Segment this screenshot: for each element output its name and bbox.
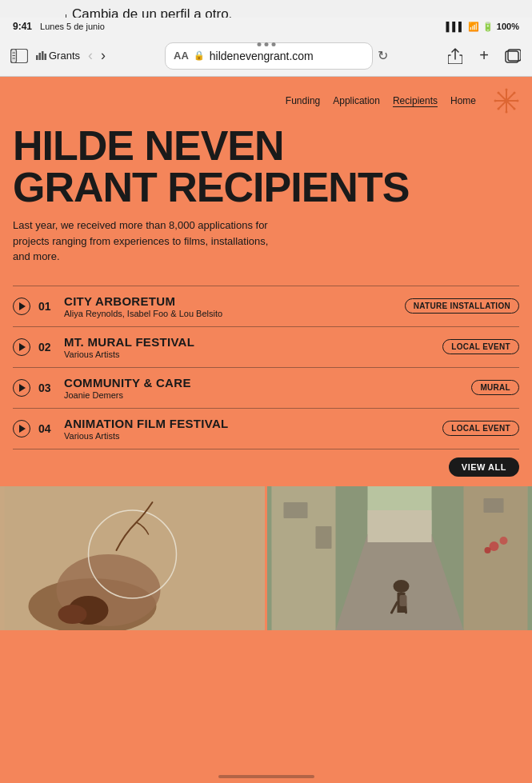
svg-rect-43: [484, 498, 504, 513]
three-dots: [257, 35, 275, 53]
home-indicator: [218, 775, 314, 778]
row-number-4: 04: [38, 422, 56, 435]
svg-point-21: [514, 92, 516, 94]
svg-rect-8: [45, 54, 47, 60]
svg-point-16: [506, 111, 508, 114]
row-number-1: 01: [38, 300, 56, 313]
row-tag-2: LOCAL EVENT: [442, 339, 519, 354]
forward-button[interactable]: ›: [98, 47, 109, 64]
row-artists-2: Various Artists: [64, 350, 434, 359]
play-button-2[interactable]: [13, 338, 30, 356]
status-indicators: ▌▌▌ 📶 🔋 100%: [446, 22, 519, 32]
svg-rect-35: [368, 510, 432, 542]
svg-point-28: [58, 605, 87, 624]
image-alley: [267, 486, 532, 630]
site-logo[interactable]: [494, 88, 519, 114]
share-button[interactable]: [444, 45, 466, 67]
row-tag-1: NATURE INSTALLATION: [405, 298, 519, 314]
nav-home[interactable]: Home: [450, 95, 476, 106]
nav-application[interactable]: Application: [333, 95, 380, 106]
hero-title: HILDE NEVEN GRANT RECIPIENTS: [13, 125, 519, 208]
row-number-3: 03: [38, 382, 56, 394]
sidebar-toggle-button[interactable]: [8, 47, 30, 65]
row-info-4: ANIMATION FILM FESTIVAL Various Artists: [64, 417, 434, 441]
play-button-1[interactable]: [13, 298, 30, 315]
bookmarks-label: Grants: [49, 50, 80, 62]
play-button-3[interactable]: [13, 379, 30, 397]
reader-button[interactable]: AA: [174, 50, 189, 62]
hero-section: HILDE NEVEN GRANT RECIPIENTS Last year, …: [0, 120, 532, 276]
recipient-row-2: 02 MT. MURAL FESTIVAL Various Artists LO…: [13, 326, 519, 367]
chart-icon: [35, 50, 46, 62]
row-artists-1: Aliya Reynolds, Isabel Foo & Lou Belsito: [64, 309, 397, 318]
row-number-2: 02: [38, 341, 56, 354]
svg-point-46: [485, 547, 491, 553]
tabs-button[interactable]: [502, 45, 524, 67]
image-sculpture: [0, 486, 265, 630]
row-info-2: MT. MURAL FESTIVAL Various Artists: [64, 335, 434, 359]
play-icon-4: [19, 425, 26, 433]
refresh-button[interactable]: ↻: [378, 48, 388, 63]
row-title-2: MT. MURAL FESTIVAL: [64, 335, 434, 349]
play-button-4[interactable]: [13, 420, 30, 437]
svg-point-18: [517, 100, 519, 102]
view-all-button[interactable]: VIEW ALL: [449, 457, 519, 477]
chrome-left: Grants ‹ ›: [8, 47, 109, 65]
row-artists-4: Various Artists: [64, 431, 434, 441]
row-info-3: COMMUNITY & CARE Joanie Demers: [64, 376, 463, 400]
svg-point-20: [514, 108, 516, 110]
svg-point-19: [498, 92, 500, 94]
site-nav: Funding Application Recipients Home: [0, 77, 532, 120]
recipients-list: 01 CITY ARBORETUM Aliya Reynolds, Isabel…: [0, 276, 532, 449]
lock-icon: 🔒: [194, 50, 205, 61]
svg-rect-7: [42, 51, 44, 60]
bookmarks-button[interactable]: Grants: [35, 50, 80, 62]
row-info-1: CITY ARBORETUM Aliya Reynolds, Isabel Fo…: [64, 294, 397, 318]
svg-rect-41: [284, 502, 308, 518]
nav-funding[interactable]: Funding: [286, 95, 320, 106]
hero-subtitle: Last year, we received more than 8,000 a…: [13, 218, 285, 265]
svg-rect-6: [39, 53, 42, 60]
back-button[interactable]: ‹: [85, 47, 96, 64]
svg-point-45: [500, 537, 508, 545]
status-time: 9:41 Lunes 5 de junio: [13, 21, 105, 32]
chrome-right: +: [444, 45, 524, 67]
play-icon-3: [19, 384, 26, 392]
status-bar: 9:41 Lunes 5 de junio ▌▌▌ 📶 🔋 100%: [0, 18, 532, 35]
nav-recipients[interactable]: Recipients: [393, 95, 438, 106]
svg-point-17: [494, 100, 497, 102]
svg-rect-42: [316, 526, 332, 549]
row-artists-3: Joanie Demers: [64, 390, 463, 400]
chrome-center: AA 🔒 hildenevengrant.com ↻: [114, 42, 439, 70]
website-content: Funding Application Recipients Home: [0, 77, 532, 783]
new-tab-button[interactable]: +: [473, 45, 495, 67]
play-icon-1: [19, 302, 26, 310]
row-tag-4: LOCAL EVENT: [442, 421, 519, 436]
image-grid: [0, 486, 532, 630]
recipient-row-4: 04 ANIMATION FILM FESTIVAL Various Artis…: [13, 408, 519, 449]
row-title-3: COMMUNITY & CARE: [64, 376, 463, 390]
recipient-row-1: 01 CITY ARBORETUM Aliya Reynolds, Isabel…: [13, 286, 519, 326]
play-icon-2: [19, 343, 26, 351]
row-title-4: ANIMATION FILM FESTIVAL: [64, 417, 434, 430]
view-all-section: VIEW ALL: [0, 449, 532, 486]
row-title-1: CITY ARBORETUM: [64, 294, 397, 308]
svg-rect-5: [36, 55, 38, 60]
row-tag-3: MURAL: [471, 380, 519, 395]
nav-arrows: ‹ ›: [85, 47, 109, 64]
svg-point-15: [506, 89, 508, 91]
svg-rect-40: [400, 595, 407, 606]
svg-point-36: [394, 580, 410, 593]
recipient-row-3: 03 COMMUNITY & CARE Joanie Demers MURAL: [13, 367, 519, 408]
svg-point-22: [498, 108, 500, 110]
